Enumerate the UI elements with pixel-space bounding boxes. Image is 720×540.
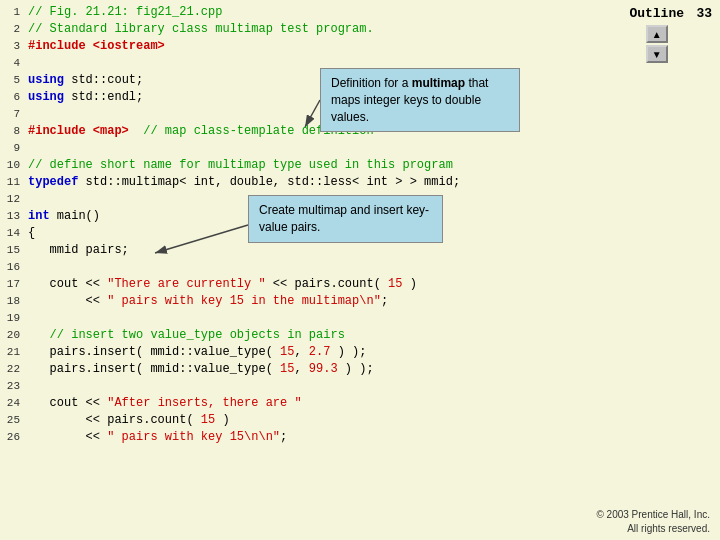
line-number: 18 — [0, 293, 28, 310]
code-line: 2// Standard library class multimap test… — [0, 21, 720, 38]
line-number: 11 — [0, 174, 28, 191]
code-line: 20 // insert two value_type objects in p… — [0, 327, 720, 344]
code-line: 3#include <iostream> — [0, 38, 720, 55]
line-number: 2 — [0, 21, 28, 38]
outline-down-button[interactable]: ▼ — [646, 45, 668, 63]
code-content: pairs.insert( mmid::value_type( 15, 99.3… — [28, 361, 720, 378]
code-line: 15 mmid pairs; — [0, 242, 720, 259]
code-content: // insert two value_type objects in pair… — [28, 327, 720, 344]
code-line: 16 — [0, 259, 720, 276]
line-number: 14 — [0, 225, 28, 242]
outline-up-button[interactable]: ▲ — [646, 25, 668, 43]
code-line: 1// Fig. 21.21: fig21_21.cpp — [0, 4, 720, 21]
code-line: 17 cout << "There are currently " << pai… — [0, 276, 720, 293]
line-number: 10 — [0, 157, 28, 174]
footer: © 2003 Prentice Hall, Inc. All rights re… — [596, 508, 710, 536]
line-number: 16 — [0, 259, 28, 276]
line-number: 19 — [0, 310, 28, 327]
line-number: 12 — [0, 191, 28, 208]
code-content: mmid pairs; — [28, 242, 720, 259]
line-number: 1 — [0, 4, 28, 21]
line-number: 15 — [0, 242, 28, 259]
outline-label: Outline — [629, 6, 684, 21]
line-number: 3 — [0, 38, 28, 55]
code-content: // Standard library class multimap test … — [28, 21, 720, 38]
code-line: 26 << " pairs with key 15\n\n"; — [0, 429, 720, 446]
code-line: 22 pairs.insert( mmid::value_type( 15, 9… — [0, 361, 720, 378]
outline-area: Outline ▲ ▼ — [629, 6, 684, 63]
tooltip-create-multimap: Create multimap and insert key-value pai… — [248, 195, 443, 243]
code-line: 10// define short name for multimap type… — [0, 157, 720, 174]
line-number: 24 — [0, 395, 28, 412]
code-content: << pairs.count( 15 ) — [28, 412, 720, 429]
tooltip-multimap-definition: Definition for a multimap that maps inte… — [320, 68, 520, 132]
code-line: 24 cout << "After inserts, there are " — [0, 395, 720, 412]
footer-line2: All rights reserved. — [596, 522, 710, 536]
code-content: #include <iostream> — [28, 38, 720, 55]
code-line: 9 — [0, 140, 720, 157]
line-number: 21 — [0, 344, 28, 361]
line-number: 17 — [0, 276, 28, 293]
code-content: << " pairs with key 15 in the multimap\n… — [28, 293, 720, 310]
line-number: 20 — [0, 327, 28, 344]
code-content: // define short name for multimap type u… — [28, 157, 720, 174]
main-container: 1// Fig. 21.21: fig21_21.cpp2// Standard… — [0, 0, 720, 540]
code-line: 11typedef std::multimap< int, double, st… — [0, 174, 720, 191]
code-line: 25 << pairs.count( 15 ) — [0, 412, 720, 429]
code-content: << " pairs with key 15\n\n"; — [28, 429, 720, 446]
code-content: typedef std::multimap< int, double, std:… — [28, 174, 720, 191]
line-number: 23 — [0, 378, 28, 395]
code-content: cout << "There are currently " << pairs.… — [28, 276, 720, 293]
code-line: 23 — [0, 378, 720, 395]
line-number: 13 — [0, 208, 28, 225]
line-number: 6 — [0, 89, 28, 106]
line-number: 8 — [0, 123, 28, 140]
code-line: 21 pairs.insert( mmid::value_type( 15, 2… — [0, 344, 720, 361]
code-line: 18 << " pairs with key 15 in the multima… — [0, 293, 720, 310]
line-number: 25 — [0, 412, 28, 429]
code-content: // Fig. 21.21: fig21_21.cpp — [28, 4, 720, 21]
footer-line1: © 2003 Prentice Hall, Inc. — [596, 508, 710, 522]
line-number: 26 — [0, 429, 28, 446]
code-content: cout << "After inserts, there are " — [28, 395, 720, 412]
line-number: 22 — [0, 361, 28, 378]
code-line: 19 — [0, 310, 720, 327]
line-number: 7 — [0, 106, 28, 123]
code-content: pairs.insert( mmid::value_type( 15, 2.7 … — [28, 344, 720, 361]
slide-number: 33 — [696, 6, 712, 21]
line-number: 5 — [0, 72, 28, 89]
line-number: 9 — [0, 140, 28, 157]
line-number: 4 — [0, 55, 28, 72]
